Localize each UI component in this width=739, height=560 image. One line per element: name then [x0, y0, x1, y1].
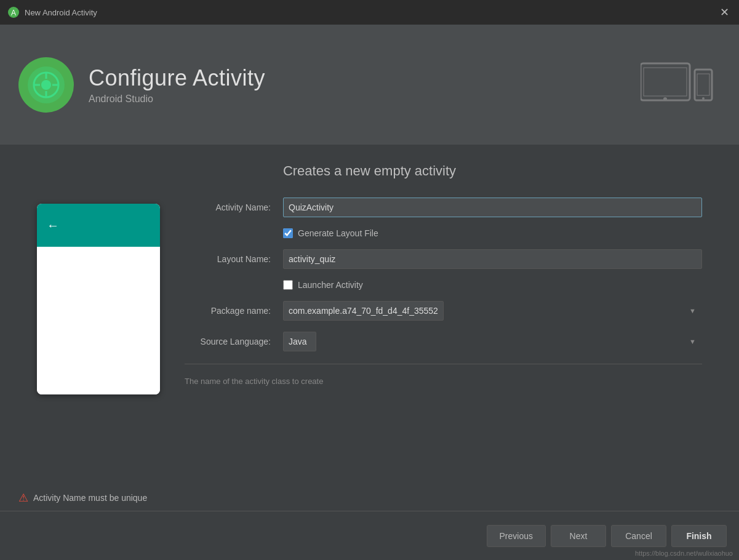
footer: Previous Next Cancel Finish: [0, 511, 739, 560]
header: Configure Activity Android Studio: [0, 25, 739, 145]
launcher-activity-row: Launcher Activity: [283, 280, 702, 290]
layout-name-row: Layout Name:: [185, 249, 702, 269]
close-button[interactable]: ✕: [717, 6, 732, 19]
header-title: Configure Activity: [89, 65, 265, 91]
phone-topbar: ←: [37, 204, 160, 247]
form-area: Activity Name: Generate Layout File Layo…: [185, 198, 702, 398]
header-subtitle: Android Studio: [89, 94, 265, 105]
device-icon-svg: [641, 60, 714, 110]
activity-name-row: Activity Name:: [185, 198, 702, 217]
main-content: Creates a new empty activity ← Activity …: [0, 145, 739, 417]
android-studio-icon: A: [7, 6, 20, 18]
svg-point-11: [663, 97, 667, 101]
titlebar-left: A New Android Activity: [7, 6, 97, 18]
divider: [185, 364, 702, 364]
phone-content: [37, 247, 160, 394]
hint-text: The name of the activity class to create: [185, 377, 702, 386]
as-logo: [26, 65, 66, 105]
titlebar-title: New Android Activity: [25, 8, 97, 17]
svg-point-14: [702, 97, 705, 100]
content-area: ← Activity Name: Generate Layout File La…: [37, 198, 702, 398]
generate-layout-checkbox[interactable]: [283, 228, 293, 238]
source-language-select[interactable]: Java Kotlin: [283, 332, 316, 351]
header-text: Configure Activity Android Studio: [89, 65, 265, 105]
svg-rect-13: [697, 74, 709, 95]
activity-name-input[interactable]: [283, 198, 702, 217]
svg-rect-9: [641, 63, 690, 100]
error-text: Activity Name must be unique: [33, 493, 147, 503]
package-name-label: Package name:: [185, 306, 283, 316]
source-language-label: Source Language:: [185, 337, 283, 346]
generate-layout-label[interactable]: Generate Layout File: [298, 228, 378, 238]
activity-name-label: Activity Name:: [185, 202, 283, 212]
svg-point-4: [41, 80, 51, 90]
creates-text: Creates a new empty activity: [37, 163, 702, 179]
layout-name-input[interactable]: [283, 249, 702, 269]
generate-layout-row: Generate Layout File: [283, 228, 702, 238]
source-language-row: Source Language: Java Kotlin: [185, 332, 702, 351]
package-name-row: Package name: com.example.a74_70_fd_d4_4…: [185, 301, 702, 321]
source-language-wrapper: Java Kotlin: [283, 332, 702, 351]
finish-button[interactable]: Finish: [671, 525, 727, 547]
package-name-wrapper: com.example.a74_70_fd_d4_4f_35552: [283, 301, 702, 321]
cancel-button[interactable]: Cancel: [611, 525, 666, 547]
launcher-activity-label[interactable]: Launcher Activity: [298, 280, 363, 290]
error-icon: ⚠: [18, 491, 28, 505]
next-button[interactable]: Next: [551, 525, 606, 547]
titlebar: A New Android Activity ✕: [0, 0, 739, 25]
phone-back-arrow: ←: [47, 218, 59, 233]
logo-circle: [18, 57, 74, 113]
phone-screen: ←: [37, 204, 160, 394]
package-name-select[interactable]: com.example.a74_70_fd_d4_4f_35552: [283, 301, 444, 321]
error-row: ⚠ Activity Name must be unique: [18, 491, 147, 505]
watermark: https://blog.csdn.net/wulixiaohuo: [635, 550, 733, 557]
svg-text:A: A: [11, 9, 16, 17]
phone-mockup: ←: [37, 204, 160, 398]
layout-name-label: Layout Name:: [185, 254, 283, 264]
previous-button[interactable]: Previous: [487, 525, 546, 547]
header-device-icons: [641, 60, 714, 110]
svg-rect-10: [644, 68, 687, 96]
launcher-activity-checkbox[interactable]: [283, 280, 293, 290]
